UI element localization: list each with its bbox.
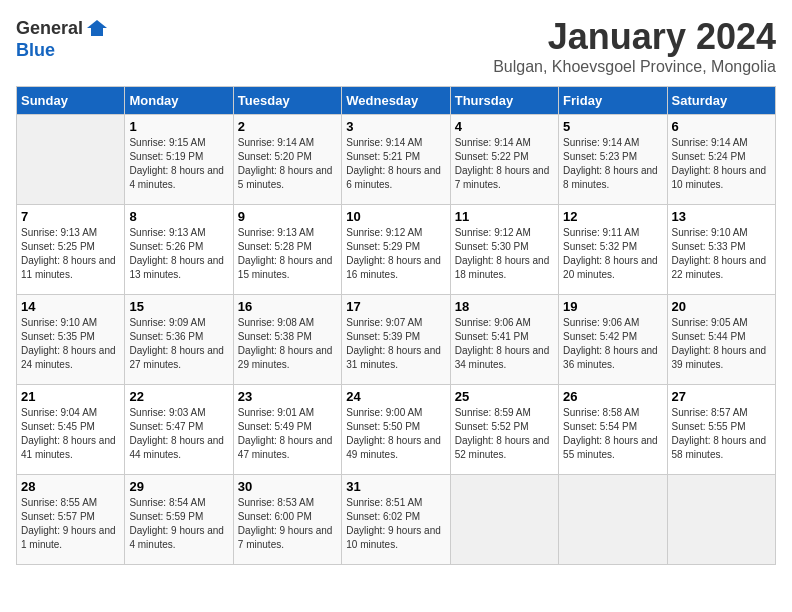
day-info: Sunrise: 9:13 AMSunset: 5:25 PMDaylight:… xyxy=(21,226,120,282)
day-info: Sunrise: 9:14 AMSunset: 5:21 PMDaylight:… xyxy=(346,136,445,192)
day-number: 6 xyxy=(672,119,771,134)
day-info: Sunrise: 9:03 AMSunset: 5:47 PMDaylight:… xyxy=(129,406,228,462)
day-number: 17 xyxy=(346,299,445,314)
day-cell: 20Sunrise: 9:05 AMSunset: 5:44 PMDayligh… xyxy=(667,295,775,385)
day-number: 26 xyxy=(563,389,662,404)
day-info: Sunrise: 9:13 AMSunset: 5:28 PMDaylight:… xyxy=(238,226,337,282)
logo-icon xyxy=(85,16,109,40)
header-cell-saturday: Saturday xyxy=(667,87,775,115)
day-cell xyxy=(559,475,667,565)
day-info: Sunrise: 9:15 AMSunset: 5:19 PMDaylight:… xyxy=(129,136,228,192)
day-number: 22 xyxy=(129,389,228,404)
title-area: January 2024 Bulgan, Khoevsgoel Province… xyxy=(493,16,776,76)
day-cell: 2Sunrise: 9:14 AMSunset: 5:20 PMDaylight… xyxy=(233,115,341,205)
day-number: 2 xyxy=(238,119,337,134)
day-cell: 7Sunrise: 9:13 AMSunset: 5:25 PMDaylight… xyxy=(17,205,125,295)
day-number: 25 xyxy=(455,389,554,404)
day-cell: 11Sunrise: 9:12 AMSunset: 5:30 PMDayligh… xyxy=(450,205,558,295)
week-row-4: 21Sunrise: 9:04 AMSunset: 5:45 PMDayligh… xyxy=(17,385,776,475)
day-number: 3 xyxy=(346,119,445,134)
day-info: Sunrise: 9:14 AMSunset: 5:24 PMDaylight:… xyxy=(672,136,771,192)
day-number: 5 xyxy=(563,119,662,134)
calendar-table: SundayMondayTuesdayWednesdayThursdayFrid… xyxy=(16,86,776,565)
day-info: Sunrise: 9:14 AMSunset: 5:20 PMDaylight:… xyxy=(238,136,337,192)
header-cell-wednesday: Wednesday xyxy=(342,87,450,115)
logo: General Blue xyxy=(16,16,109,61)
day-number: 15 xyxy=(129,299,228,314)
day-cell: 4Sunrise: 9:14 AMSunset: 5:22 PMDaylight… xyxy=(450,115,558,205)
day-cell xyxy=(450,475,558,565)
day-info: Sunrise: 9:05 AMSunset: 5:44 PMDaylight:… xyxy=(672,316,771,372)
day-cell: 28Sunrise: 8:55 AMSunset: 5:57 PMDayligh… xyxy=(17,475,125,565)
day-cell: 21Sunrise: 9:04 AMSunset: 5:45 PMDayligh… xyxy=(17,385,125,475)
day-cell: 17Sunrise: 9:07 AMSunset: 5:39 PMDayligh… xyxy=(342,295,450,385)
day-cell: 27Sunrise: 8:57 AMSunset: 5:55 PMDayligh… xyxy=(667,385,775,475)
day-cell: 13Sunrise: 9:10 AMSunset: 5:33 PMDayligh… xyxy=(667,205,775,295)
week-row-1: 1Sunrise: 9:15 AMSunset: 5:19 PMDaylight… xyxy=(17,115,776,205)
day-number: 14 xyxy=(21,299,120,314)
day-number: 11 xyxy=(455,209,554,224)
day-info: Sunrise: 9:12 AMSunset: 5:29 PMDaylight:… xyxy=(346,226,445,282)
day-number: 19 xyxy=(563,299,662,314)
day-info: Sunrise: 9:04 AMSunset: 5:45 PMDaylight:… xyxy=(21,406,120,462)
day-number: 28 xyxy=(21,479,120,494)
day-cell xyxy=(667,475,775,565)
day-cell: 9Sunrise: 9:13 AMSunset: 5:28 PMDaylight… xyxy=(233,205,341,295)
day-info: Sunrise: 9:06 AMSunset: 5:41 PMDaylight:… xyxy=(455,316,554,372)
day-cell: 12Sunrise: 9:11 AMSunset: 5:32 PMDayligh… xyxy=(559,205,667,295)
day-cell: 5Sunrise: 9:14 AMSunset: 5:23 PMDaylight… xyxy=(559,115,667,205)
day-info: Sunrise: 9:11 AMSunset: 5:32 PMDaylight:… xyxy=(563,226,662,282)
day-info: Sunrise: 9:10 AMSunset: 5:35 PMDaylight:… xyxy=(21,316,120,372)
header: General Blue January 2024 Bulgan, Khoevs… xyxy=(16,16,776,76)
day-number: 18 xyxy=(455,299,554,314)
day-info: Sunrise: 9:10 AMSunset: 5:33 PMDaylight:… xyxy=(672,226,771,282)
day-cell: 8Sunrise: 9:13 AMSunset: 5:26 PMDaylight… xyxy=(125,205,233,295)
day-info: Sunrise: 9:01 AMSunset: 5:49 PMDaylight:… xyxy=(238,406,337,462)
header-cell-friday: Friday xyxy=(559,87,667,115)
day-cell: 30Sunrise: 8:53 AMSunset: 6:00 PMDayligh… xyxy=(233,475,341,565)
day-info: Sunrise: 9:14 AMSunset: 5:23 PMDaylight:… xyxy=(563,136,662,192)
day-info: Sunrise: 9:00 AMSunset: 5:50 PMDaylight:… xyxy=(346,406,445,462)
day-number: 31 xyxy=(346,479,445,494)
day-cell: 6Sunrise: 9:14 AMSunset: 5:24 PMDaylight… xyxy=(667,115,775,205)
day-info: Sunrise: 9:07 AMSunset: 5:39 PMDaylight:… xyxy=(346,316,445,372)
day-cell: 10Sunrise: 9:12 AMSunset: 5:29 PMDayligh… xyxy=(342,205,450,295)
day-cell: 26Sunrise: 8:58 AMSunset: 5:54 PMDayligh… xyxy=(559,385,667,475)
day-number: 8 xyxy=(129,209,228,224)
day-number: 23 xyxy=(238,389,337,404)
calendar-title: January 2024 xyxy=(493,16,776,58)
header-cell-sunday: Sunday xyxy=(17,87,125,115)
day-number: 10 xyxy=(346,209,445,224)
day-number: 30 xyxy=(238,479,337,494)
day-info: Sunrise: 9:13 AMSunset: 5:26 PMDaylight:… xyxy=(129,226,228,282)
day-cell xyxy=(17,115,125,205)
day-cell: 23Sunrise: 9:01 AMSunset: 5:49 PMDayligh… xyxy=(233,385,341,475)
day-number: 21 xyxy=(21,389,120,404)
logo-general-text: General xyxy=(16,18,83,39)
day-info: Sunrise: 9:06 AMSunset: 5:42 PMDaylight:… xyxy=(563,316,662,372)
day-cell: 22Sunrise: 9:03 AMSunset: 5:47 PMDayligh… xyxy=(125,385,233,475)
day-cell: 3Sunrise: 9:14 AMSunset: 5:21 PMDaylight… xyxy=(342,115,450,205)
day-cell: 19Sunrise: 9:06 AMSunset: 5:42 PMDayligh… xyxy=(559,295,667,385)
day-number: 1 xyxy=(129,119,228,134)
day-number: 29 xyxy=(129,479,228,494)
svg-marker-0 xyxy=(87,20,107,36)
day-cell: 16Sunrise: 9:08 AMSunset: 5:38 PMDayligh… xyxy=(233,295,341,385)
header-row: SundayMondayTuesdayWednesdayThursdayFrid… xyxy=(17,87,776,115)
calendar-subtitle: Bulgan, Khoevsgoel Province, Mongolia xyxy=(493,58,776,76)
day-info: Sunrise: 9:09 AMSunset: 5:36 PMDaylight:… xyxy=(129,316,228,372)
day-cell: 15Sunrise: 9:09 AMSunset: 5:36 PMDayligh… xyxy=(125,295,233,385)
day-info: Sunrise: 8:58 AMSunset: 5:54 PMDaylight:… xyxy=(563,406,662,462)
day-cell: 25Sunrise: 8:59 AMSunset: 5:52 PMDayligh… xyxy=(450,385,558,475)
day-number: 4 xyxy=(455,119,554,134)
day-info: Sunrise: 8:53 AMSunset: 6:00 PMDaylight:… xyxy=(238,496,337,552)
day-info: Sunrise: 9:14 AMSunset: 5:22 PMDaylight:… xyxy=(455,136,554,192)
day-number: 7 xyxy=(21,209,120,224)
day-number: 12 xyxy=(563,209,662,224)
day-cell: 1Sunrise: 9:15 AMSunset: 5:19 PMDaylight… xyxy=(125,115,233,205)
header-cell-thursday: Thursday xyxy=(450,87,558,115)
day-cell: 14Sunrise: 9:10 AMSunset: 5:35 PMDayligh… xyxy=(17,295,125,385)
header-cell-tuesday: Tuesday xyxy=(233,87,341,115)
day-number: 24 xyxy=(346,389,445,404)
day-number: 9 xyxy=(238,209,337,224)
